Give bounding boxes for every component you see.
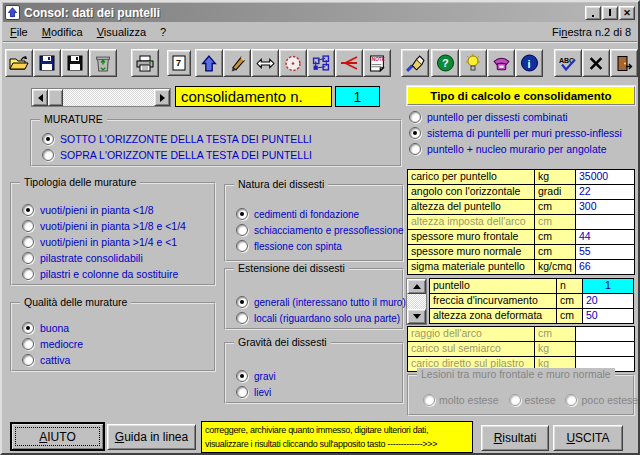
scrollbar-thumb[interactable] [48,89,63,106]
menu-file[interactable]: File [3,24,35,40]
phone-button[interactable] [487,49,515,77]
radio-circle [409,143,421,155]
radio-sistema-puntelli[interactable]: sistema di puntelli per muri presso-infl… [409,125,639,141]
radio-label: vuoti/pieni in pianta <1/8 [40,204,154,216]
menu-bar: File Modifica Visualizza ? Finestra n.2 … [3,23,637,42]
row-value-field[interactable]: 22 [576,185,634,199]
left-arrow-icon [34,94,43,102]
radio-schiacciamento[interactable]: schiacciamento e pressoflessione [236,222,402,238]
up-button[interactable] [195,49,223,77]
row-label: angolo con l'orizzontale [408,185,534,199]
print-button[interactable] [131,49,159,77]
minimize-button[interactable] [585,6,601,20]
radio-sopra-orizzonte[interactable]: SOPRA L'ORIZZONTE DELLA TESTA DEI PUNTEL… [42,147,400,163]
radio-tipologia-3[interactable]: vuoti/pieni in pianta >1/4 e <1 [22,234,214,250]
radio-label: puntello per dissesti combinati [427,111,568,123]
telephone-icon [492,55,511,72]
radio-circle [423,394,435,406]
row-value-field[interactable]: 35000 [576,170,634,184]
merge-button[interactable] [335,49,363,77]
radio-generali[interactable]: generali (interessano tutto il muro) [236,294,402,310]
maximize-button[interactable] [602,6,618,20]
spellcheck-button[interactable]: ABC [554,49,582,77]
row-unit: cm [535,230,575,244]
status-message: correggere, archiviare quanto immesso, d… [201,421,473,453]
radio-label: poco estese [581,394,638,406]
menu-modifica[interactable]: Modifica [35,24,90,40]
menu-help[interactable]: ? [153,24,173,40]
risultati-button[interactable]: Risultati [481,425,549,451]
menu-visualizza[interactable]: Visualizza [90,24,153,40]
calc-type-header: Tipo di calcolo e consolidamento [407,86,635,105]
consol-window: Consol: dati dei puntelli ✕ File Modific… [0,0,640,455]
close-button[interactable]: ✕ [619,6,635,20]
delete-record-button[interactable] [89,49,117,77]
radio-circle [565,394,577,406]
row-value-field[interactable]: 300 [576,200,634,214]
record-number-field[interactable]: 1 [335,86,380,107]
radio-lievi[interactable]: lievi [236,384,402,400]
radio-mediocre[interactable]: mediocre [22,336,214,352]
exit-button[interactable] [610,49,638,77]
open-button[interactable] [5,49,33,77]
radio-tipologia-4[interactable]: pilastrate consolidabili [22,250,214,266]
compass-button[interactable] [279,49,307,77]
radio-label: vuoti/pieni in pianta >1/4 e <1 [40,236,177,248]
row-value-field[interactable]: 44 [576,230,634,244]
radio-label: SOTTO L'ORIZZONTE DELLA TESTA DEI PUNTEL… [60,133,312,145]
group-title: Lesioni tra muro frontale e muro normale [417,368,615,380]
row-value-field[interactable]: 1 [583,279,633,293]
page-seven-button[interactable]: 7 [167,50,191,76]
nodes-button[interactable] [307,49,335,77]
cancel-button[interactable] [582,49,610,77]
toolbar-group-file [5,49,117,77]
exit-door-icon [615,55,633,72]
spinner-down-button[interactable] [407,309,426,324]
row-unit: kg [535,342,575,356]
resize-button[interactable] [251,49,279,77]
info-button[interactable]: i [515,49,543,77]
save-button[interactable] [33,49,61,77]
edit-button[interactable] [223,49,251,77]
radio-tipologia-5[interactable]: pilastri e colonne da sostituire [22,266,214,282]
status-line-1: correggere, archiviare quanto immesso, d… [205,423,469,437]
row-value-field[interactable]: 50 [583,309,633,323]
radio-buona[interactable]: buona [22,320,214,336]
spinner-up-button[interactable] [407,279,426,294]
radio-locali[interactable]: locali (riguardano solo una parte) [236,310,402,326]
row-value-field[interactable]: 55 [576,245,634,259]
paint-button[interactable] [401,49,429,77]
row-value-field[interactable]: 20 [583,294,633,308]
row-unit: n [557,279,582,293]
row-label: carico per puntello [408,170,534,184]
radio-dissesti-combinati[interactable]: puntello per dissesti combinati [409,109,639,125]
scrollbar-track[interactable] [63,89,154,106]
row-label: sigma materiale puntello [408,260,534,274]
notes-button[interactable]: NOTE [363,49,391,77]
help-button[interactable]: ? [431,49,459,77]
row-label: altezza del puntello [408,200,534,214]
tip-button[interactable] [459,49,487,77]
uscita-button[interactable]: USCITA [553,425,623,451]
scroll-right-button[interactable] [154,89,170,106]
printer-icon [135,55,155,72]
radio-poco-estese: poco estese [565,392,638,408]
radio-cedimenti[interactable]: cedimenti di fondazione [236,206,402,222]
radio-gravi[interactable]: gravi [236,368,402,384]
radio-tipologia-2[interactable]: vuoti/pieni in pianta >1/8 e <1/4 [22,218,214,234]
scroll-left-button[interactable] [32,89,48,106]
radio-label: locali (riguardano solo una parte) [254,313,400,324]
guida-button[interactable]: Guida in linea [107,424,196,450]
radio-cattiva[interactable]: cattiva [22,352,214,368]
toolbar-group-edit: NOTE [195,49,391,77]
radio-sotto-orizzonte[interactable]: SOTTO L'ORIZZONTE DELLA TESTA DEI PUNTEL… [42,131,400,147]
radio-flessione[interactable]: flessione con spinta [236,238,402,254]
radio-tipologia-1[interactable]: vuoti/pieni in pianta <1/8 [22,202,214,218]
row-value-field[interactable]: 66 [576,260,634,274]
aiuto-button[interactable]: AIUTO [11,423,104,450]
radio-molto-estese: molto estese [423,392,499,408]
radio-nucleo-murario[interactable]: puntello + nucleo murario per angolate [409,141,639,157]
x-icon [588,56,604,71]
radio-circle [236,370,248,382]
save-black-button[interactable] [61,49,89,77]
